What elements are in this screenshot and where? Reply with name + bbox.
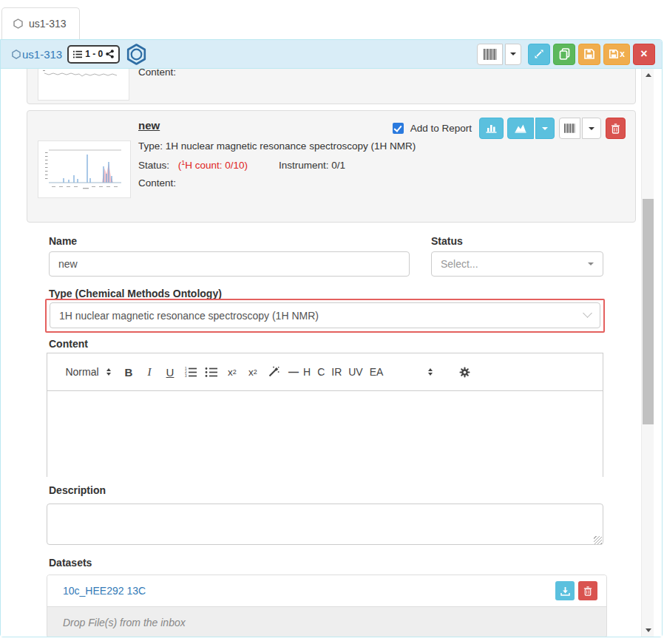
description-textarea[interactable] [47,504,603,545]
editor-text-area[interactable] [47,391,603,477]
app-window: us1-313 us1-313 1 - 0 [0,0,664,644]
spectra-analysis-button[interactable] [507,118,534,139]
ordered-list-button[interactable]: 123 [180,367,201,378]
fullscreen-button[interactable] [528,44,550,65]
status-select-placeholder: Select... [441,258,478,270]
analysis-card-previous: Content: [27,69,636,104]
more-templates-select-arrows-icon[interactable] [428,368,433,376]
add-to-report-checkbox[interactable] [393,123,404,134]
analysis-barcode-dropdown-toggle[interactable] [582,118,601,139]
header-left-group: us1-313 1 - 0 [12,43,148,66]
name-field-label: Name [49,235,77,247]
dataset-drop-zone[interactable]: Drop File(s) from the inbox [47,607,606,637]
barcode-dropdown-toggle[interactable] [505,44,521,65]
spectra-viewer-button[interactable] [479,118,504,139]
insert-uv-button[interactable]: UV [348,366,362,378]
save-icon [583,48,595,60]
badge-count: 1 - 0 [85,49,103,59]
save-button[interactable] [578,44,600,65]
clone-button[interactable] [553,44,575,65]
textarea-resize-handle[interactable] [594,536,602,544]
benzene-ring-icon[interactable] [125,43,148,66]
save-close-icon [609,49,619,59]
barcode-icon [564,123,575,133]
insert-h-nmr-button[interactable]: H [303,366,311,378]
scroll-down-arrow[interactable] [646,628,651,632]
analysis-type-line: Type: 1H nuclear magnetic resonance spec… [138,140,449,152]
close-x-glyph: x [620,49,625,59]
spectra-dropdown-toggle[interactable] [535,118,555,139]
drop-hint-text: Drop File(s) from the inbox [63,617,186,628]
dataset-actions [555,581,597,600]
delete-analysis-button[interactable] [606,118,626,139]
bullet-list-icon [205,367,218,378]
detail-panel-header: us1-313 1 - 0 [1,40,662,69]
panel-title-label: us1-313 [22,48,62,61]
hexagon-sample-icon [13,18,23,29]
caret-down-icon [588,262,594,265]
save-and-close-button[interactable]: x [603,44,630,65]
expand-icon [534,49,544,59]
download-icon [560,586,570,596]
caret-down-icon [589,127,594,130]
subscript-button[interactable]: x2 [222,367,243,378]
type-select-value: 1H nuclear magnetic resonance spectrosco… [59,310,319,322]
close-button[interactable]: × [633,44,655,65]
download-dataset-button[interactable] [555,581,575,600]
clean-format-button[interactable] [263,366,284,378]
divider-button[interactable]: — [284,366,303,378]
scrollbar-thumb[interactable] [643,199,654,424]
nmr-spectrum-thumbnail [38,140,131,198]
editor-settings-button[interactable] [459,367,470,378]
delete-dataset-button[interactable] [578,581,597,600]
print-barcode-button[interactable] [477,44,503,65]
bar-chart-icon [486,123,497,133]
type-field-label: Type (Chemical Methods Ontology) [49,288,222,299]
name-input[interactable] [49,251,410,277]
caret-down-icon [542,127,548,130]
superscript-button[interactable]: x2 [243,367,263,378]
hexagon-sample-icon [12,50,21,59]
chevron-down-icon [583,308,592,318]
underline-button[interactable]: U [160,366,180,379]
type-select[interactable]: 1H nuclear magnetic resonance spectrosco… [50,302,600,328]
spectrum-thumbnail [38,69,129,101]
italic-button[interactable]: I [139,366,160,379]
bold-button[interactable]: B [118,366,139,379]
editor-toolbar: Normal B I U 123 [47,353,603,391]
tab-label: us1-313 [29,18,67,30]
datasets-panel: 10c_HEE292 13C [47,574,607,637]
content-field-label: Content [49,338,88,350]
status-select[interactable]: Select... [431,251,603,277]
barcode-icon [484,49,497,60]
insert-ea-button[interactable]: EA [370,366,384,378]
format-select-arrows-icon[interactable] [106,368,111,376]
svg-text:3: 3 [185,374,187,378]
analysis-title-link[interactable]: new [138,119,160,132]
collection-count-badge[interactable]: 1 - 0 [67,45,120,64]
dataset-row[interactable]: 10c_HEE292 13C [47,575,606,607]
bullet-list-button[interactable] [201,367,222,378]
caret-down-icon [510,52,516,55]
previous-content-label: Content: [138,69,176,78]
ordered-list-icon: 123 [184,367,197,378]
analysis-status-line: Status: (1H count: 0/10) Instrument: 0/1 [138,158,449,171]
analysis-barcode-button[interactable] [559,118,580,139]
paragraph-format-select[interactable]: Normal [59,366,105,378]
header-actions: x × [477,44,655,65]
trash-icon [583,586,592,596]
analysis-card-new: new Type: 1H nuclear magnetic resonance … [27,110,636,223]
instrument-counter: Instrument: 0/1 [279,160,345,171]
scroll-up-arrow[interactable] [646,73,651,77]
tab-us1-313[interactable]: us1-313 [1,7,80,39]
vertical-scrollbar[interactable] [641,69,654,637]
add-to-report-label: Add to Report [410,123,472,134]
area-chart-icon [515,123,526,133]
trash-icon [611,123,620,134]
insert-ir-button[interactable]: IR [331,366,342,378]
share-icon [106,50,114,58]
insert-c-nmr-button[interactable]: C [317,366,325,378]
dataset-name-link[interactable]: 10c_HEE292 13C [63,585,146,597]
status-value: (1H count: 0/10) [178,160,248,171]
analysis-card-actions: Add to Report [393,118,626,139]
